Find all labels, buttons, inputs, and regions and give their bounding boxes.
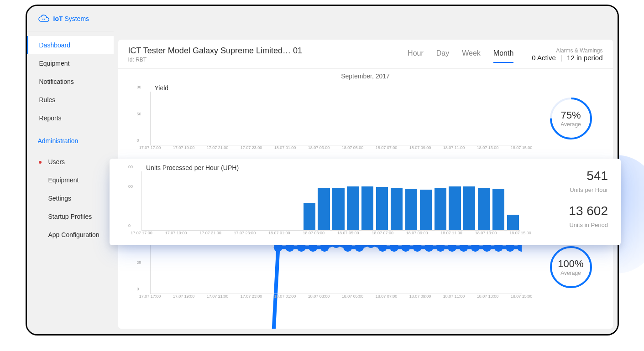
- chart-plot: 00000: [141, 171, 520, 231]
- x-tick: 18.07 15:00: [511, 294, 533, 299]
- bar: [420, 190, 432, 230]
- uph-metrics: 541Units per Hour13 602Units in Period: [569, 167, 608, 237]
- x-tick: 18.07 15:00: [509, 231, 531, 235]
- x-tick: 18.07 13:00: [477, 145, 499, 150]
- donut-value: 75%: [560, 109, 581, 121]
- sidebar-item-equipment[interactable]: Equipment: [27, 171, 114, 189]
- x-tick: 18.07 07:00: [376, 294, 398, 299]
- x-tick: 18.07 07:00: [376, 145, 398, 150]
- donut-label: Average: [560, 270, 581, 276]
- tab-day[interactable]: Day: [436, 46, 449, 63]
- x-tick: 18.07 09:00: [406, 231, 428, 235]
- x-tick: 18.07 05:00: [337, 231, 359, 235]
- sidebar-item-reports[interactable]: Reports: [27, 109, 114, 127]
- bar: [463, 186, 475, 230]
- x-tick: 18.07 01:00: [268, 231, 290, 235]
- x-tick: 17.07 19:00: [165, 231, 187, 235]
- bar: [304, 203, 315, 230]
- sidebar-item-users[interactable]: Users: [27, 153, 114, 171]
- y-tick: 00: [128, 165, 133, 169]
- y-tick: 25: [137, 260, 141, 265]
- x-tick: 18.07 07:00: [372, 231, 393, 235]
- x-tick: 17.07 23:00: [241, 294, 262, 299]
- y-tick: 00: [128, 184, 133, 189]
- x-tick: 18.07 13:00: [475, 231, 497, 235]
- x-tick: 17.07 23:00: [234, 231, 256, 235]
- y-tick: 00: [137, 85, 141, 89]
- bar: [507, 215, 519, 230]
- alarms-values: 0 Active | 12 in period: [532, 54, 602, 62]
- x-tick: 17.07 21:00: [207, 145, 229, 150]
- time-range-tabs: HourDayWeekMonth: [408, 46, 518, 63]
- svg-point-1: [44, 18, 45, 19]
- bar: [332, 188, 344, 230]
- sidebar-item-settings[interactable]: Settings: [27, 189, 114, 207]
- x-tick: 18.07 11:00: [443, 145, 465, 150]
- metric-value: 541: [569, 169, 608, 183]
- y-tick: 0: [137, 287, 139, 291]
- bar: [318, 188, 330, 230]
- x-tick: 17.07 21:00: [199, 231, 221, 235]
- alarms-label: Alarms & Warnings: [532, 47, 602, 54]
- y-tick: 0: [128, 223, 131, 228]
- x-tick: 18.07 01:00: [274, 145, 296, 150]
- donut-value: 100%: [558, 258, 583, 270]
- x-tick: 17.07 19:00: [173, 294, 195, 299]
- sidebar-item-rules[interactable]: Rules: [27, 91, 114, 109]
- x-tick: 18.07 11:00: [443, 294, 465, 299]
- metric-label: Units per Hour: [569, 186, 608, 193]
- brand-logo[interactable]: IoT Systems: [38, 15, 115, 23]
- sidebar-item-equipment[interactable]: Equipment: [27, 54, 114, 72]
- yield-donut: 75%Average: [548, 96, 594, 141]
- donut-label: Average: [560, 121, 581, 128]
- x-tick: 17.07 19:00: [173, 145, 195, 150]
- x-tick: 17.07 23:00: [241, 145, 262, 150]
- sidebar-item-dashboard[interactable]: Dashboard: [27, 36, 114, 54]
- x-tick: 18.07 03:00: [303, 231, 325, 235]
- sidebar: DashboardEquipmentNotificationsRulesRepo…: [27, 6, 114, 334]
- x-tick: 18.07 05:00: [342, 294, 364, 299]
- period-label: September, 2017: [118, 69, 613, 82]
- x-tick: 18.07 11:00: [440, 231, 462, 235]
- y-tick: 50: [137, 112, 141, 116]
- uph-popup-card: Units Processed per Hour (UPH)0000017.07…: [110, 159, 621, 245]
- x-tick: 18.07 15:00: [511, 145, 533, 150]
- x-tick: 17.07 17:00: [139, 294, 161, 299]
- x-tick: 18.07 09:00: [409, 294, 431, 299]
- bar: [478, 188, 490, 230]
- x-tick: 18.07 03:00: [308, 294, 330, 299]
- tab-week[interactable]: Week: [462, 46, 481, 63]
- x-tick: 18.07 05:00: [342, 145, 364, 150]
- sidebar-item-notifications[interactable]: Notifications: [27, 72, 114, 91]
- sidebar-section-admin: Administration: [27, 127, 114, 148]
- entity-id: Id: RBT: [128, 57, 303, 63]
- sidebar-item-app-configuration[interactable]: App Configuration: [27, 226, 114, 244]
- bar: [405, 189, 417, 230]
- bar: [391, 188, 403, 230]
- chart-title: Units Processed per Hour (UPH): [146, 164, 612, 171]
- x-tick: 17.07 21:00: [207, 294, 229, 299]
- x-tick: 17.07 17:00: [131, 231, 152, 235]
- bar: [361, 186, 373, 230]
- x-tick: 18.07 13:00: [477, 294, 499, 299]
- cloud-icon: [38, 15, 50, 23]
- x-tick: 17.07 17:00: [139, 145, 161, 150]
- svg-point-0: [42, 18, 43, 19]
- chart-title: Yield: [155, 84, 604, 92]
- page-title: ICT Tester Model Galaxy Supreme Limited……: [128, 46, 303, 56]
- asset-use-donut: 100%Average: [548, 244, 594, 290]
- metric-label: Units in Period: [569, 222, 608, 228]
- bar: [376, 187, 388, 230]
- tab-hour[interactable]: Hour: [408, 46, 424, 63]
- metric-value: 13 602: [569, 204, 608, 218]
- x-tick: 18.07 09:00: [409, 145, 431, 150]
- brand-text: IoT Systems: [53, 15, 89, 22]
- sidebar-item-startup-profiles[interactable]: Startup Profiles: [27, 207, 114, 226]
- bar: [492, 189, 504, 230]
- chart-plot: 02500: [150, 240, 522, 294]
- y-tick: 0: [137, 138, 139, 143]
- bar: [449, 186, 461, 230]
- bar: [347, 186, 359, 230]
- x-tick: 18.07 03:00: [308, 145, 330, 150]
- tab-month[interactable]: Month: [493, 46, 513, 63]
